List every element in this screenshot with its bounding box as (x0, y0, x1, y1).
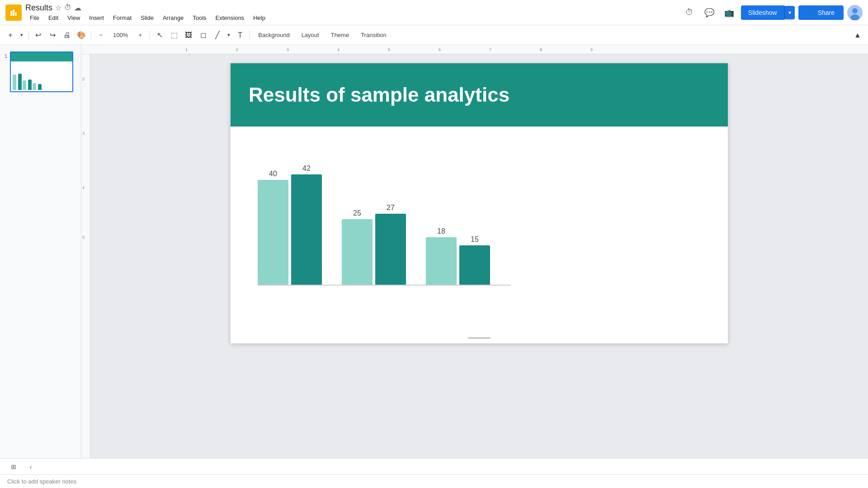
menu-slide[interactable]: Slide (136, 14, 158, 22)
app-icon (5, 5, 22, 21)
version-history-icon[interactable]: ⏱ (64, 4, 71, 12)
bar-col-3b: 15 (459, 235, 490, 285)
bar-3b (459, 245, 490, 285)
undo-button[interactable]: ↩ (31, 28, 45, 42)
star-icon[interactable]: ☆ (55, 4, 61, 12)
print-button[interactable]: 🖨 (60, 28, 74, 42)
image-insert-button[interactable]: 🖼 (182, 28, 195, 42)
comments-button[interactable]: 💬 (701, 5, 717, 21)
zoom-level[interactable]: 100% (108, 30, 132, 40)
thumb-bar-1b (18, 74, 22, 90)
add-slide-button[interactable]: + (4, 28, 17, 42)
svg-rect-3 (15, 12, 17, 16)
menu-arrange[interactable]: Arrange (158, 14, 188, 22)
cursor-button[interactable]: ↖ (153, 28, 166, 42)
horizontal-ruler: 1 2 3 4 5 6 7 8 9 (81, 45, 868, 54)
share-button[interactable]: 👤 Share (798, 5, 844, 20)
slideshow-btn-group: Slideshow ▾ (741, 5, 795, 20)
menu-help[interactable]: Help (249, 14, 270, 22)
thumb-bar-2b (28, 80, 32, 90)
slideshow-button[interactable]: Slideshow (741, 5, 784, 20)
ruler-mark-7: 7 (489, 47, 491, 52)
speaker-notes-placeholder[interactable]: Click to add speaker notes (7, 478, 76, 485)
present-button[interactable]: 📺 (721, 5, 737, 21)
transition-button[interactable]: Transition (355, 29, 392, 41)
menu-edit[interactable]: Edit (44, 14, 63, 22)
canvas-area[interactable]: 1 2 3 4 5 6 7 8 9 2 3 4 5 Resu (81, 45, 868, 474)
svg-rect-2 (13, 9, 14, 16)
bar-value-1a: 40 (269, 170, 277, 178)
ruler-mark-1: 1 (185, 47, 188, 52)
menu-bar: File Edit View Insert Format Slide Arran… (25, 14, 678, 22)
slide-canvas[interactable]: Results of sample analytics 40 (231, 63, 728, 343)
bar-value-3b: 15 (471, 235, 479, 244)
bar-col-2b: 27 (375, 204, 406, 285)
select-button[interactable]: ⬚ (167, 28, 181, 42)
menu-view[interactable]: View (63, 14, 85, 22)
redo-button[interactable]: ↪ (46, 28, 59, 42)
toolbar-divider-1 (28, 31, 28, 40)
zoom-in-button[interactable]: + (133, 28, 147, 42)
background-button[interactable]: Background (253, 29, 295, 41)
bar-value-1b: 42 (302, 164, 311, 173)
chart-baseline (258, 285, 511, 286)
sidebar-collapse-button[interactable]: ‹ (24, 460, 37, 473)
menu-format[interactable]: Format (108, 14, 136, 22)
toolbar-divider-3 (150, 31, 150, 40)
menu-file[interactable]: File (25, 14, 44, 22)
slide-number-1: 1 (5, 53, 7, 59)
speaker-notes-area[interactable]: Click to add speaker notes (0, 474, 868, 488)
bar-2b (375, 214, 406, 285)
thumb-bar-3a (33, 83, 36, 90)
ruler-mark-9: 9 (590, 47, 593, 52)
slide-thumbnail-container-1: 1 (3, 50, 78, 94)
vertical-ruler: 2 3 4 5 (81, 54, 90, 474)
ruler-mark-2: 2 (236, 47, 238, 52)
line-dropdown[interactable]: ▾ (225, 28, 232, 42)
collapse-toolbar-button[interactable]: ▲ (851, 28, 864, 42)
ruler-mark-8: 8 (540, 47, 542, 52)
thumb-bar-2a (23, 80, 26, 90)
slide-title[interactable]: Results of sample analytics (249, 84, 509, 106)
toolbar: + ▾ ↩ ↪ 🖨 🎨 − 100% + ↖ ⬚ 🖼 ◻ ╱ ▾ T Backg… (0, 25, 868, 45)
drive-save-icon[interactable]: ☁ (74, 4, 81, 12)
zoom-out-button[interactable]: − (94, 28, 108, 42)
menu-tools[interactable]: Tools (188, 14, 211, 22)
bar-chart: 40 42 (258, 140, 701, 285)
toolbar-divider-2 (91, 31, 91, 40)
bar-col-1a: 40 (258, 170, 288, 285)
slide-title-area: Results of sample analytics (231, 63, 728, 127)
ruler-v-mark-4: 4 (82, 185, 85, 190)
grid-view-button[interactable]: ⊞ (7, 460, 20, 473)
bar-value-2a: 25 (353, 209, 361, 217)
ruler-v-mark-2: 2 (82, 77, 85, 81)
doc-title[interactable]: Results (25, 3, 52, 13)
topbar-right: ⏱ 💬 📺 Slideshow ▾ 👤 Share (681, 5, 863, 21)
thumb-bar-group-2 (23, 80, 32, 90)
menu-insert[interactable]: Insert (85, 14, 108, 22)
thumb-chart (11, 61, 72, 91)
paint-format-button[interactable]: 🎨 (75, 28, 88, 42)
add-slide-dropdown[interactable]: ▾ (18, 28, 25, 42)
menu-extensions[interactable]: Extensions (211, 14, 249, 22)
line-button[interactable]: ╱ (211, 28, 224, 42)
thumb-bar-3b (38, 84, 42, 90)
slideshow-dropdown-button[interactable]: ▾ (784, 6, 795, 19)
layout-button[interactable]: Layout (296, 29, 325, 41)
bar-col-3a: 18 (426, 227, 457, 285)
bar-value-3a: 18 (437, 227, 445, 235)
ruler-mark-4: 4 (337, 47, 340, 52)
slides-panel: 1 (0, 45, 81, 474)
user-avatar[interactable] (847, 5, 863, 20)
history-button[interactable]: ⏱ (681, 5, 698, 21)
text-box-button[interactable]: T (233, 28, 247, 42)
chart-area[interactable]: 40 42 (231, 127, 728, 304)
svg-rect-1 (10, 11, 12, 16)
doc-title-area: Results ☆ ⏱ ☁ File Edit View Insert Form… (25, 3, 678, 22)
ruler-mark-3: 3 (287, 47, 289, 52)
shape-button[interactable]: ◻ (196, 28, 210, 42)
slide-thumbnail-1[interactable] (10, 52, 73, 92)
bar-3a (426, 237, 457, 285)
theme-button[interactable]: Theme (326, 29, 354, 41)
main-layout: 1 (0, 45, 868, 474)
